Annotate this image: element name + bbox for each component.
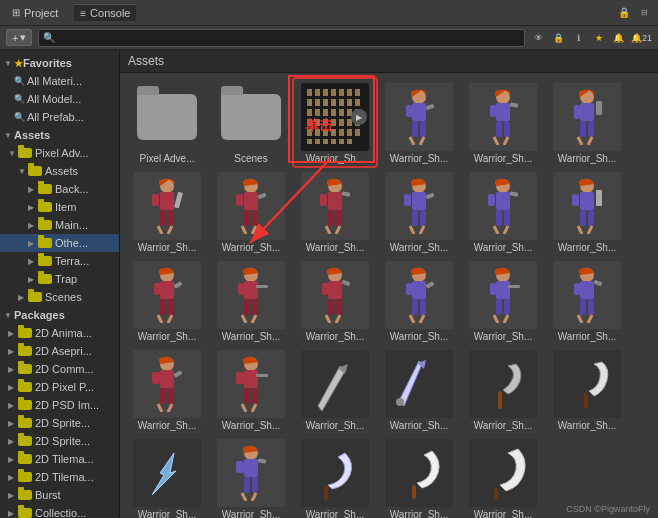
asset-warrior-26[interactable]: Warrior_Sh... bbox=[210, 435, 292, 518]
sidebar-item-2d-tilema2[interactable]: ▶ 2D Tilema... bbox=[0, 468, 119, 486]
sidebar-item-all-prefabs[interactable]: 🔍 All Prefab... bbox=[0, 108, 119, 126]
folder-icon-2d-tilema bbox=[18, 454, 32, 464]
sidebar-item-othe[interactable]: ▶ Othe... bbox=[0, 234, 119, 252]
sidebar-item-trap[interactable]: ▶ Trap bbox=[0, 270, 119, 288]
svg-rect-8 bbox=[307, 99, 312, 106]
asset-weapon-1[interactable]: Warrior_Sh... bbox=[294, 346, 376, 433]
asset-warrior-7[interactable]: Warrior_Sh... bbox=[126, 168, 208, 255]
svg-rect-36 bbox=[307, 139, 312, 144]
asset-warrior-17[interactable]: Warrior_Sh... bbox=[462, 257, 544, 344]
asset-warrior-12[interactable]: Warrior_Sh... bbox=[546, 168, 628, 255]
asset-warrior-10[interactable]: Warrior_Sh... bbox=[378, 168, 460, 255]
nav-arrow[interactable]: ▶ bbox=[351, 109, 367, 125]
lock2-icon[interactable]: 🔒 bbox=[551, 30, 567, 46]
asset-warrior-14[interactable]: Warrior_Sh... bbox=[210, 257, 292, 344]
svg-rect-137 bbox=[168, 388, 174, 404]
assets-arrow: ▼ bbox=[4, 131, 14, 140]
lock-icon[interactable]: 🔒 bbox=[616, 5, 632, 21]
warrior-svg-20 bbox=[232, 356, 270, 412]
info-icon[interactable]: ℹ bbox=[571, 30, 587, 46]
folder-thumb-1 bbox=[133, 83, 201, 151]
collapse-icon[interactable]: ⊟ bbox=[636, 5, 652, 21]
bell-icon[interactable]: 🔔 bbox=[611, 30, 627, 46]
asset-warrior-8[interactable]: Warrior_Sh... bbox=[210, 168, 292, 255]
asset-warrior-19[interactable]: Warrior_Sh... bbox=[126, 346, 208, 433]
asset-weapon-4[interactable]: Warrior_Sh... bbox=[546, 346, 628, 433]
sidebar-item-2d-sprite[interactable]: ▶ 2D Sprite... bbox=[0, 414, 119, 432]
add-button[interactable]: + ▾ bbox=[6, 29, 32, 46]
asset-weapon-3[interactable]: Warrior_Sh... bbox=[462, 346, 544, 433]
asset-warrior-4[interactable]: Warrior_Sh... bbox=[378, 79, 460, 166]
search-box[interactable]: 🔍 bbox=[38, 29, 525, 47]
asset-warrior-5[interactable]: Warrior_Sh... bbox=[462, 79, 544, 166]
sidebar-item-terra[interactable]: ▶ Terra... bbox=[0, 252, 119, 270]
eye-icon[interactable]: 👁 bbox=[531, 30, 547, 46]
sidebar-item-item[interactable]: ▶ Item bbox=[0, 198, 119, 216]
warrior-svg-6 bbox=[568, 89, 606, 145]
weapon-svg-4 bbox=[562, 356, 612, 412]
warrior-thumb-17 bbox=[469, 261, 537, 329]
weapon-thumb-1 bbox=[301, 350, 369, 418]
asset-spritesheet[interactable]: ▶ Warrior_Sh... bbox=[294, 79, 376, 166]
section-packages[interactable]: ▼ Packages bbox=[0, 306, 119, 324]
sidebar-item-all-materials[interactable]: 🔍 All Materi... bbox=[0, 72, 119, 90]
svg-rect-35 bbox=[355, 129, 360, 136]
section-assets[interactable]: ▼ Assets bbox=[0, 126, 119, 144]
tab-project[interactable]: ⊞ Project bbox=[6, 5, 64, 21]
folder-icon-2d-sprite2 bbox=[18, 436, 32, 446]
sidebar-item-scenes[interactable]: ▶ Scenes bbox=[0, 288, 119, 306]
sidebar-item-2d-asepri[interactable]: ▶ 2D Asepri... bbox=[0, 342, 119, 360]
sidebar-item-main[interactable]: ▶ Main... bbox=[0, 216, 119, 234]
svg-rect-22 bbox=[307, 119, 312, 126]
asset-warrior-11[interactable]: Warrior_Sh... bbox=[462, 168, 544, 255]
asset-folder-scenes[interactable]: Scenes bbox=[210, 79, 292, 166]
asset-warrior-15[interactable]: Warrior_Sh... bbox=[294, 257, 376, 344]
asset-weapon-7[interactable]: Warrior_Sh... bbox=[378, 435, 460, 518]
svg-rect-133 bbox=[160, 370, 174, 388]
sidebar-item-back[interactable]: ▶ Back... bbox=[0, 180, 119, 198]
svg-rect-154 bbox=[412, 485, 416, 499]
svg-rect-153 bbox=[324, 486, 328, 500]
svg-rect-142 bbox=[244, 388, 250, 404]
assets-grid: Pixel Adve... Scenes bbox=[120, 73, 658, 518]
asset-label-18: Warrior_Sh... bbox=[548, 331, 626, 342]
sidebar-item-collectio[interactable]: ▶ Collectio... bbox=[0, 504, 119, 518]
asset-warrior-13[interactable]: Warrior_Sh... bbox=[126, 257, 208, 344]
asset-weapon-5[interactable]: Warrior_Sh... bbox=[126, 435, 208, 518]
svg-point-144 bbox=[396, 398, 404, 406]
asset-weapon-6[interactable]: Warrior_Sh... bbox=[294, 435, 376, 518]
sidebar-item-2d-psd[interactable]: ▶ 2D PSD Im... bbox=[0, 396, 119, 414]
sidebar-item-2d-comm[interactable]: ▶ 2D Comm... bbox=[0, 360, 119, 378]
asset-warrior-16[interactable]: Warrior_Sh... bbox=[378, 257, 460, 344]
asset-folder-pixel-adv[interactable]: Pixel Adve... bbox=[126, 79, 208, 166]
folder-thumb-2 bbox=[217, 83, 285, 151]
asset-warrior-6[interactable]: Warrior_Sh... bbox=[546, 79, 628, 166]
warrior-svg-9 bbox=[316, 178, 354, 234]
favorites-label: Favorites bbox=[23, 57, 72, 69]
svg-rect-81 bbox=[426, 193, 435, 199]
svg-rect-151 bbox=[244, 477, 250, 493]
sidebar-item-2d-sprite2[interactable]: ▶ 2D Sprite... bbox=[0, 432, 119, 450]
sidebar-item-2d-anima[interactable]: ▶ 2D Anima... bbox=[0, 324, 119, 342]
asset-warrior-20[interactable]: Warrior_Sh... bbox=[210, 346, 292, 433]
asset-weapon-8[interactable]: Warrior_Sh... bbox=[462, 435, 544, 518]
sidebar-item-all-models[interactable]: 🔍 All Model... bbox=[0, 90, 119, 108]
star-icon2[interactable]: ★ bbox=[591, 30, 607, 46]
sidebar-item-2d-tilema[interactable]: ▶ 2D Tilema... bbox=[0, 450, 119, 468]
svg-rect-24 bbox=[323, 119, 328, 126]
svg-rect-45 bbox=[426, 104, 435, 110]
tab-console[interactable]: ≡ Console bbox=[74, 4, 136, 21]
asset-warrior-9[interactable]: Warrior_Sh... bbox=[294, 168, 376, 255]
asset-warrior-18[interactable]: Warrior_Sh... bbox=[546, 257, 628, 344]
sidebar-item-2d-pixel[interactable]: ▶ 2D Pixel P... bbox=[0, 378, 119, 396]
section-favorites[interactable]: ▼ ★ Favorites bbox=[0, 54, 119, 72]
sidebar-item-assets-sub[interactable]: ▼ Assets bbox=[0, 162, 119, 180]
asset-weapon-2[interactable]: Warrior_Sh... bbox=[378, 346, 460, 433]
sidebar-item-burst[interactable]: ▶ Burst bbox=[0, 486, 119, 504]
weapon-thumb-7 bbox=[385, 439, 453, 507]
asset-label-24: Warrior_Sh... bbox=[548, 420, 626, 431]
2d-comm-arrow: ▶ bbox=[8, 365, 18, 374]
warrior-svg-26 bbox=[232, 445, 270, 501]
sidebar-item-pixel-adv[interactable]: ▼ Pixel Adv... bbox=[0, 144, 119, 162]
search-input[interactable] bbox=[58, 32, 520, 44]
